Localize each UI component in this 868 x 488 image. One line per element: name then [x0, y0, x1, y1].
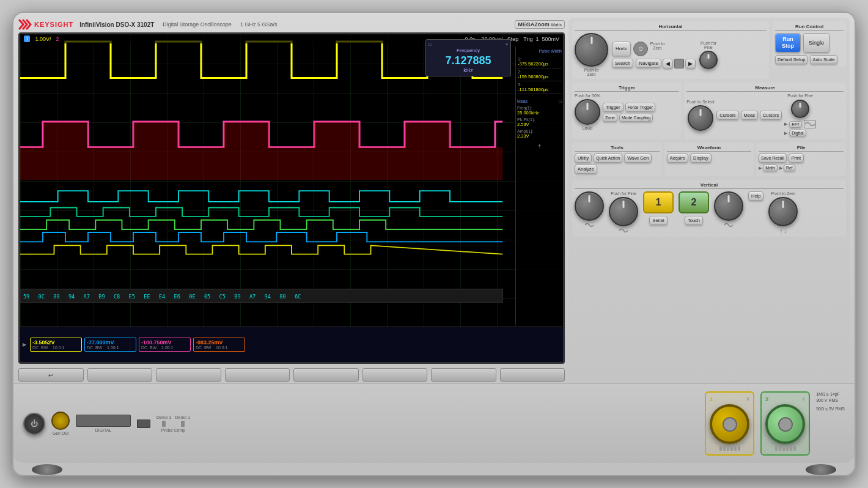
- power-section: ⏻: [23, 413, 45, 435]
- ref-button[interactable]: Ref: [784, 165, 795, 171]
- nav-stop-button[interactable]: [674, 59, 684, 68]
- fft-button[interactable]: FFT: [789, 121, 802, 128]
- trigger-knob-col: Push for 50% Level: [575, 94, 600, 130]
- digital-port[interactable]: [76, 415, 131, 427]
- digital-button[interactable]: Digital: [789, 130, 806, 136]
- horizontal-section-header: Horizontal: [575, 24, 767, 31]
- demo1-connector: Demo 1: [175, 415, 191, 427]
- utility-button[interactable]: Utility: [575, 153, 592, 163]
- down-arrow: ↓: [784, 227, 787, 234]
- default-setup-button[interactable]: Default Setup: [775, 55, 807, 64]
- serial-button[interactable]: Serial: [649, 216, 667, 225]
- fft-arrow: ▶: [784, 122, 787, 127]
- power-button[interactable]: ⏻: [23, 413, 45, 435]
- add-measurement-button[interactable]: +: [517, 142, 562, 149]
- softkey-3[interactable]: [225, 368, 290, 382]
- mode-coupling-button[interactable]: Mode Coupling: [619, 114, 653, 122]
- ch1-input-label: 1: [710, 396, 713, 402]
- freq1-meas: Freq(1): 25.000kHz: [517, 106, 562, 116]
- math-button[interactable]: Math: [763, 165, 778, 171]
- horiz-button[interactable]: Horiz: [612, 42, 631, 56]
- single-button[interactable]: Single: [803, 33, 829, 53]
- waveform-section-header: Waveform: [667, 145, 752, 152]
- cursors2-button[interactable]: Cursors: [760, 111, 782, 120]
- tools-section-header: Tools: [575, 145, 660, 152]
- svg-text:B9: B9: [234, 294, 240, 300]
- navigate-button[interactable]: Navigate: [636, 59, 661, 68]
- svg-rect-1: [20, 289, 502, 302]
- softkey-2[interactable]: [156, 368, 221, 382]
- analyze-button[interactable]: Analyze: [575, 165, 597, 174]
- navigate-cluster: Navigate ◀ ▶: [636, 59, 696, 68]
- measurement-popup: □ × Frequency 7.127885 kHz: [425, 39, 511, 76]
- svg-marker-0: [20, 122, 502, 180]
- auto-scale-button[interactable]: Auto Scale: [810, 55, 837, 64]
- ch2-scale-col: [714, 191, 743, 228]
- display-button[interactable]: Display: [690, 153, 712, 163]
- softkey-7[interactable]: [500, 368, 565, 382]
- save-recall-button[interactable]: Save Recall: [759, 153, 786, 163]
- ch1-status-block: -3.5052V DC BW 10.0:1: [30, 338, 82, 352]
- svg-text:80: 80: [53, 294, 59, 300]
- vertical-section-header: Vertical: [575, 182, 844, 189]
- force-trigger-button[interactable]: Force Trigger: [625, 103, 656, 112]
- back-button[interactable]: ↩: [18, 368, 84, 382]
- ch1-pin-2: [723, 446, 726, 451]
- demo2-pin: [162, 421, 166, 427]
- usb-port[interactable]: [137, 420, 150, 428]
- ch2-scale-knob[interactable]: [714, 191, 743, 221]
- nav-right-button[interactable]: ▶: [685, 59, 696, 68]
- touch-button[interactable]: Touch: [685, 216, 703, 225]
- help-button[interactable]: Help: [748, 191, 763, 201]
- ch2-input-label: 2: [765, 396, 768, 402]
- softkey-4[interactable]: [293, 368, 359, 382]
- svg-text:0E: 0E: [189, 294, 195, 300]
- push-select-label: Push to Select: [686, 100, 714, 104]
- softkey-row: ↩: [18, 366, 565, 383]
- svg-text:0C: 0C: [39, 294, 45, 300]
- wave-gen-button[interactable]: Wave Gen: [624, 153, 652, 163]
- ch1-indicator: 1: [24, 35, 30, 42]
- vert-push-fine-label: Push for Fine: [611, 191, 636, 196]
- nav-left-button[interactable]: ◀: [663, 59, 673, 68]
- acquire-button[interactable]: Acquire: [667, 153, 688, 163]
- ch1-select-button[interactable]: 1: [643, 191, 674, 213]
- arrow-indicator: ▶: [23, 342, 26, 347]
- quick-action-button[interactable]: Quick Action: [594, 153, 622, 163]
- ch2-bnc-connector[interactable]: [765, 404, 805, 444]
- horizontal-fine-knob[interactable]: [699, 51, 718, 69]
- meas-item-1: 1: -375.562200µs: [517, 56, 562, 68]
- ch2-select-button[interactable]: 2: [679, 191, 709, 213]
- spec-text-block: 1MΩ ≥ 14pF 300 V RMS 50Ω ≤ 5V RMS: [816, 391, 845, 456]
- ch1-scale-knob[interactable]: [575, 191, 604, 221]
- trigger-level-knob[interactable]: [575, 99, 600, 125]
- meas-button[interactable]: Meas: [741, 111, 758, 120]
- ch2-pin-2: [779, 446, 781, 451]
- search-knob[interactable]: ⊙: [633, 42, 648, 56]
- gen-out-connector: [51, 412, 70, 430]
- print-button[interactable]: Print: [789, 153, 804, 163]
- meas-item-3: 3: -111.561800µs: [517, 81, 562, 94]
- search-button[interactable]: Search: [612, 59, 633, 68]
- vert-push-zero-label: Push to Zero: [771, 191, 795, 196]
- ch1-pos-col: Push for Fine: [609, 191, 638, 234]
- ch3-voltage-display: -100.750mV: [141, 339, 188, 346]
- trigger-button[interactable]: Trigger: [603, 103, 623, 112]
- ch2-position-knob[interactable]: [768, 197, 798, 226]
- ch1-position-knob[interactable]: [609, 197, 638, 226]
- cursors-button[interactable]: Cursors: [716, 111, 738, 120]
- run-stop-button[interactable]: RunStop: [775, 33, 801, 53]
- spec-4: 50Ω ≤ 5V RMS: [816, 406, 845, 412]
- measure-knob[interactable]: [688, 105, 713, 131]
- ch1-vertical-col: [575, 191, 604, 228]
- ch1-bnc-connector[interactable]: [710, 404, 749, 444]
- ch1-pin-1: [719, 446, 722, 451]
- softkey-6[interactable]: [431, 368, 496, 382]
- zone-button[interactable]: Zone: [603, 114, 617, 122]
- ch1-voltage: 1.00V/: [35, 36, 51, 42]
- horizontal-scale-knob[interactable]: [575, 33, 608, 67]
- softkey-5[interactable]: [362, 368, 428, 382]
- measure-fine-knob[interactable]: [791, 100, 809, 118]
- softkey-1[interactable]: [87, 368, 153, 382]
- left-foot: [32, 464, 62, 475]
